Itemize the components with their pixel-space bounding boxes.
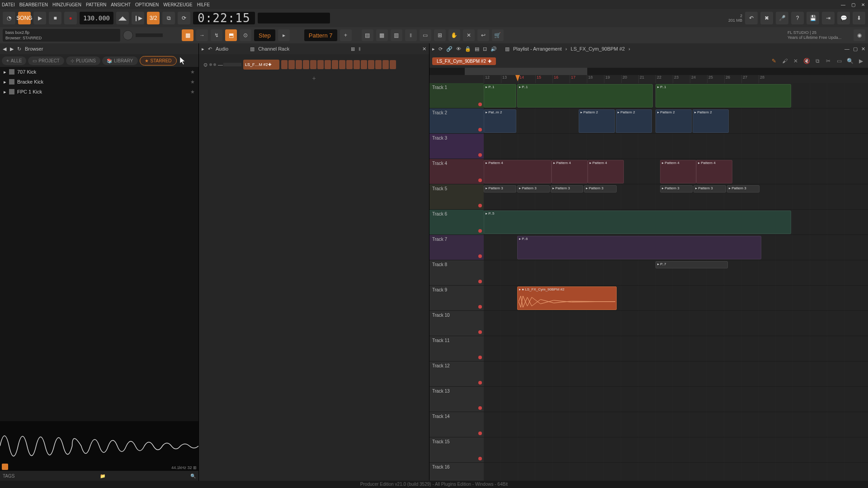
- menu-pattern[interactable]: PATTERN: [86, 2, 106, 7]
- track-mute-dot[interactable]: [478, 128, 482, 131]
- track-header[interactable]: Track 6: [429, 210, 484, 235]
- news-button[interactable]: 💬: [837, 12, 850, 24]
- search-icon[interactable]: 🔍: [190, 474, 196, 479]
- track-mute-dot[interactable]: [478, 254, 482, 258]
- main-pitch-slider[interactable]: [136, 33, 163, 37]
- mixer-button[interactable]: ⫴: [405, 29, 417, 41]
- audio-button[interactable]: 🎤: [776, 12, 788, 24]
- track-lane[interactable]: [484, 387, 868, 412]
- playlist-clip[interactable]: ▸ Pattern 3: [693, 185, 726, 192]
- track-header[interactable]: Track 10: [429, 311, 484, 336]
- tempo-tap-button[interactable]: ✋: [448, 29, 460, 41]
- playlist-clip[interactable]: ▸ Pattern 3: [517, 185, 550, 192]
- download-button[interactable]: ⬇: [853, 12, 865, 24]
- playlist-clip[interactable]: ▸ Pattern 2: [693, 109, 729, 133]
- play-button[interactable]: ▶: [33, 12, 46, 24]
- star-icon[interactable]: ★: [190, 69, 195, 75]
- step-sequencer[interactable]: [281, 60, 396, 69]
- browser-tab-all[interactable]: +ALLE: [2, 56, 26, 65]
- pattern-add[interactable]: +: [340, 29, 352, 41]
- menu-file[interactable]: DATEI: [2, 2, 15, 7]
- tool-paint[interactable]: 🖌: [780, 56, 789, 66]
- track-lane[interactable]: ▸ P..7: [484, 260, 868, 285]
- snap-button[interactable]: ▦: [182, 29, 193, 41]
- time-lcd[interactable]: 0:22:15: [193, 12, 255, 24]
- track-header[interactable]: Track 14: [429, 412, 484, 437]
- cr-grid-icon[interactable]: ▥: [250, 46, 255, 52]
- playlist-clip[interactable]: ▸ ● LS_FX_Cym_90BPM #2: [517, 286, 617, 310]
- metronome-button[interactable]: ◢◣: [116, 12, 129, 24]
- browser-item[interactable]: ▸Bracke Kick★: [0, 77, 198, 87]
- pl-speaker-icon[interactable]: 🔊: [491, 46, 497, 52]
- tool-play[interactable]: ▶: [856, 56, 865, 66]
- playlist-clip[interactable]: ▸ Pattern 2: [656, 109, 692, 133]
- track-mute-dot[interactable]: [478, 204, 482, 207]
- track-mute-dot[interactable]: [478, 381, 482, 385]
- playlist-clip[interactable]: ▸ Pattern 3: [484, 185, 516, 192]
- folder-icon[interactable]: 📁: [100, 474, 105, 479]
- browser-tab-starred[interactable]: ★STARRED: [140, 56, 177, 66]
- menu-options[interactable]: OPTIONEN: [135, 2, 159, 7]
- playlist-clip[interactable]: ▸ P..5: [484, 211, 791, 234]
- channel-name[interactable]: LS_F…M #2 ✚: [243, 60, 279, 70]
- pl-arr-icon[interactable]: ▤: [475, 46, 479, 52]
- browser-tab-plugins[interactable]: ⊹PLUGINS: [66, 56, 100, 65]
- star-icon[interactable]: ★: [190, 79, 195, 85]
- pl-zoom-icon[interactable]: ⊡: [483, 46, 487, 52]
- tags-label[interactable]: TAGS: [3, 474, 14, 479]
- pat-song-toggle[interactable]: SONG: [18, 12, 31, 24]
- tool-delete[interactable]: ✕: [791, 56, 800, 66]
- cr-view-icon[interactable]: ⊞: [351, 46, 355, 52]
- playlist-clip[interactable]: ▸ P..1: [484, 84, 516, 108]
- track-lane[interactable]: ▸ P..6: [484, 235, 868, 260]
- tempo-lcd[interactable]: 130.000: [80, 12, 113, 24]
- track-lane[interactable]: [484, 361, 868, 386]
- menu-view[interactable]: ANSICHT: [111, 2, 131, 7]
- browser-refresh-icon[interactable]: ↻: [17, 46, 21, 52]
- playlist-button[interactable]: ▤: [362, 29, 373, 41]
- playlist-clip[interactable]: ▸ P..1: [656, 84, 791, 108]
- step-lcd[interactable]: Step: [254, 29, 275, 41]
- track-mute-dot[interactable]: [478, 103, 482, 106]
- star-icon[interactable]: ★: [190, 89, 195, 95]
- fl-logo-icon[interactable]: ◉: [854, 29, 865, 41]
- track-header[interactable]: Track 2: [429, 108, 484, 133]
- undo-button[interactable]: ↶: [745, 12, 758, 24]
- plugin-db-button[interactable]: ⊞: [434, 29, 446, 41]
- undo-history-button[interactable]: ↩: [477, 29, 489, 41]
- track-header[interactable]: Track 12: [429, 361, 484, 386]
- browser-item[interactable]: ▸FPC 1 Kick★: [0, 87, 198, 97]
- track-mute-dot[interactable]: [478, 280, 482, 283]
- track-mute-dot[interactable]: [478, 432, 482, 435]
- playlist-clip[interactable]: ▸ Pattern 4: [484, 160, 552, 183]
- browser-preview-wave[interactable]: 44.1kHz 32 ⊞: [0, 421, 198, 471]
- cr-opts-icon[interactable]: ⫴: [359, 46, 361, 52]
- selected-clip[interactable]: LS_FX_Cym_90BPM #2 ✚: [432, 57, 496, 65]
- playlist-clip[interactable]: ▸ Pat..rn 2: [484, 109, 516, 133]
- close-all-button[interactable]: ✕: [463, 29, 475, 41]
- track-header[interactable]: Track 11: [429, 336, 484, 361]
- playlist-clip[interactable]: ▸ Pattern 4: [660, 160, 696, 183]
- cr-back-icon[interactable]: ↶: [208, 46, 212, 52]
- cr-close-icon[interactable]: ✕: [422, 46, 426, 52]
- track-mute-dot[interactable]: [478, 330, 482, 334]
- browser-button[interactable]: ▭: [420, 29, 431, 41]
- track-lane[interactable]: ▸ Pattern 4▸ Pattern 4▸ Pattern 4▸ Patte…: [484, 159, 868, 184]
- snap-select[interactable]: ⬒: [225, 29, 237, 41]
- pl-min-icon[interactable]: —: [844, 46, 849, 52]
- track-header[interactable]: Track 13: [429, 387, 484, 412]
- track-mute-dot[interactable]: [478, 153, 482, 157]
- tool-slip[interactable]: ⧉: [813, 56, 822, 66]
- track-lane[interactable]: [484, 336, 868, 361]
- track-header[interactable]: Track 1: [429, 83, 484, 108]
- pl-sync-icon[interactable]: ⟳: [439, 46, 443, 52]
- track-header[interactable]: Track 3: [429, 134, 484, 159]
- close-icon[interactable]: ✕: [860, 2, 866, 7]
- stop-button[interactable]: ■: [49, 12, 61, 24]
- menu-edit[interactable]: BEARBEITEN: [19, 2, 48, 7]
- track-lane[interactable]: ▸ ● LS_FX_Cym_90BPM #2: [484, 286, 868, 310]
- tool-draw[interactable]: ✎: [769, 56, 778, 66]
- browser-tab-project[interactable]: ▭PROJECT: [28, 56, 64, 65]
- pl-picker-icon[interactable]: ▥: [505, 46, 509, 52]
- link-button[interactable]: ↯: [211, 29, 222, 41]
